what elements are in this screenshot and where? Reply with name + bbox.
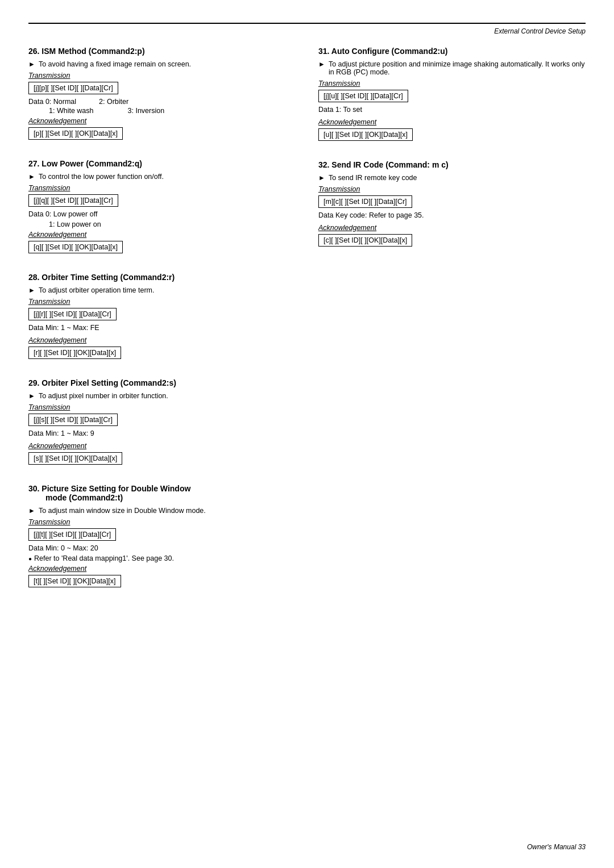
page-footer: Owner's Manual 33 (527, 843, 586, 851)
section-27-transmission-code: [j][q][ ][Set ID][ ][Data][Cr] (28, 194, 118, 207)
section-31-transmission-label: Transmission (318, 80, 586, 87)
section-27-data-main: Data 0: Low power off (28, 210, 296, 218)
section-26-data-col2: 2: Orbiter (99, 98, 128, 106)
section-31-transmission-code: [j][u][ ][Set ID][ ][Data][Cr] (318, 90, 408, 102)
section-27-transmission-label: Transmission (28, 184, 296, 192)
section-32-title: 32. Send IR Code (Command: m c) (318, 160, 586, 169)
section-31-ack-label: Acknowledgement (318, 118, 586, 126)
arrow-icon: ► (28, 60, 35, 68)
section-26-data-sub: 1: White wash (49, 107, 94, 115)
section-32-transmission-code: [m][c][ ][Set ID][ ][Data][Cr] (318, 195, 412, 208)
section-31-title: 31. Auto Configure (Command2:u) (318, 47, 586, 56)
section-26-title: 26. ISM Method (Command2:p) (28, 47, 296, 56)
section-28-data-main: Data Min: 1 ~ Max: FE (28, 324, 296, 332)
section-28-transmission-code: [j][r][ ][Set ID][ ][Data][Cr] (28, 308, 117, 320)
arrow-icon: ► (28, 392, 35, 400)
section-26-transmission-label: Transmission (28, 72, 296, 80)
section-31: 31. Auto Configure (Command2:u) ► To adj… (318, 47, 586, 144)
section-26: 26. ISM Method (Command2:p) ► To avoid h… (28, 47, 296, 143)
section-27-intro: ► To control the low power function on/o… (28, 173, 296, 181)
section-31-ack-code: [u][ ][Set ID][ ][OK][Data][x] (318, 128, 413, 141)
section-26-data-main: Data 0: Normal (28, 98, 76, 106)
top-rule (28, 23, 586, 24)
section-27-data-sub: 1: Low power on (49, 220, 296, 228)
section-31-data-main: Data 1: To set (318, 106, 586, 114)
right-column: 31. Auto Configure (Command2:u) ► To adj… (318, 47, 586, 607)
section-31-intro: ► To adjust picture position and minimiz… (318, 60, 586, 76)
section-32: 32. Send IR Code (Command: m c) ► To sen… (318, 160, 586, 250)
section-28-intro: ► To adjust orbiter operation time term. (28, 286, 296, 294)
bullet-dot-icon: ● (28, 556, 32, 562)
section-27-ack-label: Acknowledgement (28, 231, 296, 239)
section-30-data-main: Data Min: 0 ~ Max: 20 (28, 544, 296, 552)
section-29-transmission-code: [j][s][ ][Set ID][ ][Data][Cr] (28, 414, 118, 426)
left-column: 26. ISM Method (Command2:p) ► To avoid h… (28, 47, 296, 607)
section-28-ack-code: [r][ ][Set ID][ ][OK][Data][x] (28, 347, 121, 359)
section-29-ack-code: [s][ ][Set ID][ ][OK][Data][x] (28, 452, 122, 465)
arrow-icon: ► (28, 507, 35, 515)
section-32-ack-code: [c][ ][Set ID][ ][OK][Data][x] (318, 234, 412, 247)
section-26-transmission-code: [j][p][ ][Set ID][ ][Data][Cr] (28, 82, 118, 94)
section-28: 28. Orbiter Time Setting (Command2:r) ► … (28, 273, 296, 362)
content-columns: 26. ISM Method (Command2:p) ► To avoid h… (28, 47, 586, 607)
section-27: 27. Low Power (Command2:q) ► To control … (28, 159, 296, 257)
section-30: 30. Picture Size Setting for Double Wind… (28, 484, 296, 591)
section-32-intro: ► To send IR remote key code (318, 174, 586, 182)
section-26-data-col2b: 3: Inversion (128, 107, 165, 115)
arrow-icon: ► (28, 286, 35, 294)
section-28-title: 28. Orbiter Time Setting (Command2:r) (28, 273, 296, 282)
header-title: External Control Device Setup (494, 27, 586, 35)
section-32-transmission-label: Transmission (318, 185, 586, 193)
arrow-icon: ► (318, 174, 325, 182)
section-29: 29. Orbiter Pixel Setting (Command2:s) ►… (28, 378, 296, 468)
section-32-data-main: Data Key code: Refer to page 35. (318, 211, 586, 219)
section-28-ack-label: Acknowledgement (28, 336, 296, 344)
section-27-ack-code: [q][ ][Set ID][ ][OK][Data][x] (28, 241, 123, 253)
section-30-intro: ► To adjust main window size in Double W… (28, 507, 296, 515)
page: External Control Device Setup 26. ISM Me… (0, 0, 614, 868)
section-30-transmission-label: Transmission (28, 518, 296, 526)
section-28-transmission-label: Transmission (28, 298, 296, 306)
section-30-ack-label: Acknowledgement (28, 565, 296, 573)
section-26-ack-label: Acknowledgement (28, 117, 296, 125)
section-29-title: 29. Orbiter Pixel Setting (Command2:s) (28, 378, 296, 387)
section-29-data-main: Data Min: 1 ~ Max: 9 (28, 429, 296, 437)
arrow-icon: ► (318, 60, 325, 68)
footer-text: Owner's Manual 33 (527, 843, 586, 851)
section-32-ack-label: Acknowledgement (318, 224, 586, 232)
section-30-title: 30. Picture Size Setting for Double Wind… (28, 484, 296, 502)
section-30-bullet: ● Refer to 'Real data mapping1'. See pag… (28, 554, 296, 562)
section-30-ack-code: [t][ ][Set ID][ ][OK][Data][x] (28, 575, 121, 587)
section-27-title: 27. Low Power (Command2:q) (28, 159, 296, 168)
section-26-intro: ► To avoid having a fixed image remain o… (28, 60, 296, 68)
section-29-intro: ► To adjust pixel number in orbiter func… (28, 392, 296, 400)
section-26-ack-code: [p][ ][Set ID][ ][OK][Data][x] (28, 127, 123, 140)
section-29-transmission-label: Transmission (28, 403, 296, 411)
section-29-ack-label: Acknowledgement (28, 442, 296, 450)
arrow-icon: ► (28, 173, 35, 181)
page-header: External Control Device Setup (28, 27, 586, 35)
section-30-transmission-code: [j][t][ ][Set ID][ ][Data][Cr] (28, 528, 116, 541)
